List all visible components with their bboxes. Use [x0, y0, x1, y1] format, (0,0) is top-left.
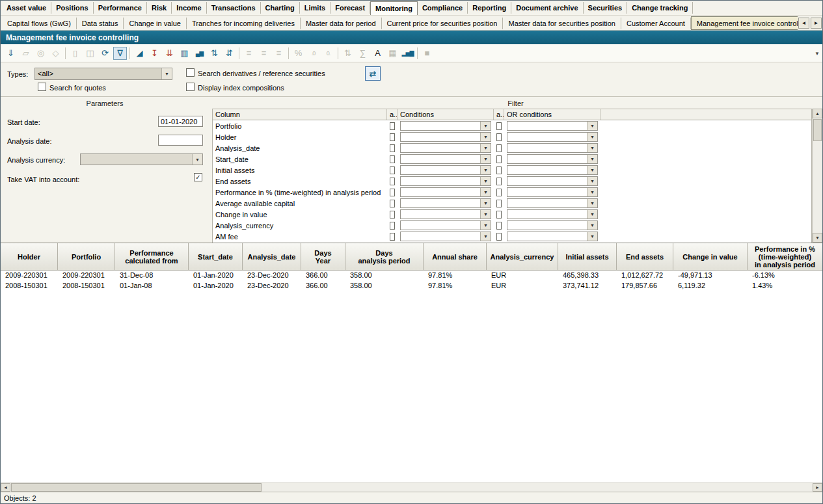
filter-and-checkbox[interactable] [390, 233, 395, 241]
subtab-current-price-for-securities-position[interactable]: Current price for securities position [382, 18, 504, 29]
results-header-performance[interactable]: Performance calculated from [115, 243, 189, 270]
filter-or-checkbox[interactable] [496, 166, 502, 174]
menu-tab-transactions[interactable]: Transactions [207, 2, 261, 14]
menu-tab-asset-value[interactable]: Asset value [2, 2, 51, 14]
menu-tab-document-archive[interactable]: Document archive [511, 2, 583, 14]
results-header-change-in-value[interactable]: Change in value [673, 243, 748, 270]
results-header-annual-share[interactable]: Annual share [424, 243, 487, 270]
subtab-capital-flows-gwg[interactable]: Capital flows (GwG) [2, 18, 77, 29]
filter-condition-select[interactable]: ▼ [400, 198, 491, 208]
filter-or-checkbox[interactable] [496, 211, 502, 219]
filter-and-checkbox[interactable] [390, 189, 395, 196]
filter-condition-select[interactable]: ▼ [400, 143, 491, 153]
filter-or-condition-select[interactable]: ▼ [507, 143, 598, 153]
subtab-management-fee-invoice-controlling[interactable]: Management fee invoice controlling [691, 16, 798, 30]
toolbar-overflow-chevron-icon[interactable]: ▼ [815, 51, 820, 57]
menu-tab-forecast[interactable]: Forecast [331, 2, 370, 14]
menu-tab-monitoring[interactable]: Monitoring [370, 1, 418, 15]
table-row[interactable]: 2009-2203012009-22030131-Dec-0801-Jan-20… [1, 271, 822, 281]
filter-or-condition-select[interactable]: ▼ [507, 232, 598, 241]
filter-and-checkbox[interactable] [390, 211, 395, 219]
menu-tab-compliance[interactable]: Compliance [418, 2, 468, 14]
subtab-data-status[interactable]: Data status [77, 18, 124, 29]
filter-or-condition-select[interactable]: ▼ [507, 198, 598, 208]
statistics-icon[interactable]: ▥ [178, 47, 191, 60]
results-header-days[interactable]: Days Year [301, 243, 345, 270]
filter-or-condition-select[interactable]: ▼ [507, 121, 598, 131]
subtab-scroll-left-button[interactable]: ◄ [798, 18, 809, 29]
refresh-icon[interactable]: ⟳ [98, 47, 112, 60]
filter-or-checkbox[interactable] [496, 189, 502, 196]
append-row-icon[interactable]: ⇊ [163, 47, 176, 60]
vat-checkbox[interactable]: ✓ [194, 173, 202, 181]
filter-and-checkbox[interactable] [390, 122, 395, 130]
filter-or-condition-select[interactable]: ▼ [507, 220, 598, 230]
scrollbar-track[interactable] [813, 142, 822, 233]
filter-or-condition-select[interactable]: ▼ [507, 132, 598, 142]
results-header-days[interactable]: Days analysis period [345, 243, 424, 270]
menu-tab-income[interactable]: Income [172, 2, 207, 14]
insert-row-icon[interactable]: ↧ [148, 47, 161, 60]
results-header-performance-in[interactable]: Performance in % (time-weighted) in anal… [748, 243, 822, 270]
horizontal-scrollbar[interactable]: ◄ ► [1, 483, 822, 492]
sort-ascending-icon[interactable]: ⇅ [208, 47, 221, 60]
subtab-master-data-for-securities-position[interactable]: Master data for securities position [503, 18, 621, 29]
filter-condition-select[interactable]: ▼ [400, 187, 491, 197]
subtab-scroll-right-button[interactable]: ► [811, 18, 822, 29]
filter-and-checkbox[interactable] [390, 166, 395, 174]
filter-and-checkbox[interactable] [390, 133, 395, 141]
scroll-left-button[interactable]: ◄ [1, 483, 10, 492]
analysis-date-input[interactable] [158, 135, 203, 146]
filter-or-condition-select[interactable]: ▼ [507, 187, 598, 197]
drilldown-icon[interactable]: ◢ [133, 47, 146, 60]
filter-and-checkbox[interactable] [390, 200, 395, 207]
scroll-up-icon[interactable]: ▲ [813, 109, 822, 118]
scroll-down-icon[interactable]: ▼ [813, 233, 822, 243]
filter-or-checkbox[interactable] [496, 222, 502, 230]
search-quotes-checkbox[interactable] [38, 83, 46, 91]
subtab-customer-account[interactable]: Customer Account [621, 18, 691, 29]
menu-tab-risk[interactable]: Risk [147, 2, 172, 14]
results-header-analysis-date[interactable]: Analysis_date [243, 243, 301, 270]
filter-condition-select[interactable]: ▼ [400, 154, 491, 164]
menu-tab-charting[interactable]: Charting [261, 2, 300, 14]
results-header-analysis-currency[interactable]: Analysis_currency [487, 243, 558, 270]
scroll-right-button[interactable]: ► [813, 483, 822, 492]
histogram-icon[interactable]: ▄▆ [193, 47, 206, 60]
filter-or-checkbox[interactable] [496, 144, 502, 152]
subtab-change-in-value[interactable]: Change in value [124, 18, 187, 29]
filter-or-checkbox[interactable] [496, 233, 502, 241]
filter-and-checkbox[interactable] [390, 144, 395, 152]
font-icon[interactable]: A [371, 47, 385, 60]
results-header-end-assets[interactable]: End assets [617, 243, 673, 270]
analysis-currency-select[interactable]: ▼ [80, 153, 203, 165]
filter-condition-select[interactable]: ▼ [400, 220, 491, 230]
filter-or-checkbox[interactable] [496, 200, 502, 207]
scrollbar-thumb[interactable] [813, 119, 822, 141]
results-header-initial-assets[interactable]: Initial assets [558, 243, 617, 270]
table-row[interactable]: 2008-1503012008-15030101-Jan-0801-Jan-20… [1, 281, 822, 291]
filter-or-checkbox[interactable] [496, 178, 502, 185]
chart-icon[interactable]: ▂▅▇ [401, 47, 414, 60]
menu-tab-securities[interactable]: Securities [584, 2, 628, 14]
menu-tab-performance[interactable]: Performance [94, 2, 147, 14]
results-header-portfolio[interactable]: Portfolio [58, 243, 115, 270]
start-date-input[interactable] [158, 116, 203, 127]
filter-and-checkbox[interactable] [390, 178, 395, 185]
filter-or-checkbox[interactable] [496, 155, 502, 163]
filter-vertical-scrollbar[interactable]: ▲ ▼ [812, 109, 822, 243]
subtab-master-data-for-period[interactable]: Master data for period [301, 18, 382, 29]
filter-or-condition-select[interactable]: ▼ [507, 165, 598, 175]
search-derivatives-checkbox[interactable] [186, 68, 195, 77]
filter-condition-select[interactable]: ▼ [400, 132, 491, 142]
filter-and-checkbox[interactable] [390, 155, 395, 163]
filter-condition-select[interactable]: ▼ [400, 165, 491, 175]
filter-condition-select[interactable]: ▼ [400, 209, 491, 219]
results-header-start-date[interactable]: Start_date [189, 243, 243, 270]
filter-and-checkbox[interactable] [390, 222, 395, 230]
subtab-tranches-for-incoming-deliveries[interactable]: Tranches for incoming deliveries [187, 18, 301, 29]
display-index-checkbox[interactable] [186, 83, 195, 91]
menu-tab-positions[interactable]: Positions [51, 2, 94, 14]
types-select[interactable]: <all> ▼ [34, 68, 172, 80]
filter-or-condition-select[interactable]: ▼ [507, 154, 598, 164]
